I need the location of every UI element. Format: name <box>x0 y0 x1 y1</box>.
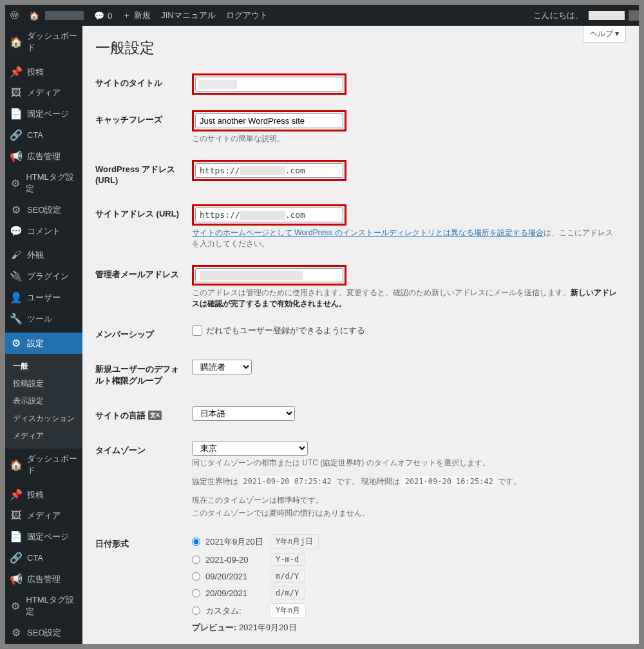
page-title: 一般設定 <box>95 32 626 61</box>
menu-icon: ⚙ <box>10 626 22 639</box>
comment-icon: 💬 <box>94 11 104 21</box>
wordpress-icon: ⓦ <box>10 10 19 21</box>
menu-icon: 📢 <box>10 573 22 585</box>
menu-icon: 📄 <box>10 530 22 543</box>
menu-icon: 🔧 <box>10 313 22 325</box>
date-format-label: 日付形式 <box>95 527 192 641</box>
menu-SEO設定[interactable]: ⚙SEO設定 <box>5 199 82 220</box>
menu-CTA[interactable]: 🔗CTA <box>5 124 82 146</box>
menu-icon: ⚙ <box>10 337 22 349</box>
translate-icon: 文A <box>148 411 162 420</box>
menu-広告管理[interactable]: 📢広告管理 <box>5 568 82 590</box>
menu-コメント[interactable]: 💬コメント <box>5 220 82 242</box>
membership-label: メンバーシップ <box>95 317 192 352</box>
menu-メディア[interactable]: 🖼メディア <box>5 82 82 103</box>
menu-icon: 🔌 <box>10 270 22 282</box>
menu-広告管理[interactable]: 📢広告管理 <box>5 146 82 167</box>
submenu-表示設定[interactable]: 表示設定 <box>5 392 82 410</box>
menu-ダッシュボード[interactable]: 🏠ダッシュボード <box>5 449 82 481</box>
plus-icon: ＋ <box>122 10 131 21</box>
menu-icon: ⚙ <box>10 600 21 612</box>
timezone-select[interactable]: 東京 <box>192 441 308 456</box>
menu-ダッシュボード[interactable]: 🏠ダッシュボード <box>5 26 82 58</box>
menu-SEO設定[interactable]: ⚙SEO設定 <box>5 622 82 643</box>
menu-icon: 🏠 <box>10 459 22 471</box>
menu-icon: 🖌 <box>10 249 22 261</box>
submenu-ディスカッション[interactable]: ディスカッション <box>5 410 82 427</box>
greeting: こんにちは、 <box>533 10 589 21</box>
menu-投稿[interactable]: 📌投稿 <box>5 61 82 82</box>
menu-icon: 🖼 <box>10 510 22 521</box>
content-area: ヘルプ ▾ 一般設定 サイトのタイトル キャッチフレーズ このサイトの簡単な説明… <box>82 26 639 644</box>
default-role-label: 新規ユーザーのデフォルト権限グループ <box>95 352 192 398</box>
admin-sidebar: 🏠ダッシュボード📌投稿🖼メディア📄固定ページ🔗CTA📢広告管理⚙HTMLタグ設定… <box>5 26 82 644</box>
new-content[interactable]: ＋新規 <box>117 5 156 26</box>
date_format-radio[interactable] <box>192 572 200 581</box>
menu-icon: ⚙ <box>10 204 22 216</box>
time-format-label: 時刻形式 <box>95 641 192 644</box>
site-url-label: サイトアドレス (URL) <box>95 197 192 257</box>
submenu-投稿設定[interactable]: 投稿設定 <box>5 375 82 392</box>
home-icon: 🏠 <box>29 11 39 21</box>
language-select[interactable]: 日本語 <box>192 406 295 421</box>
language-label: サイトの言語 文A <box>95 398 192 433</box>
jin-manual[interactable]: JINマニュアル <box>156 5 221 26</box>
menu-icon: 🔗 <box>10 129 22 141</box>
logout[interactable]: ログアウト <box>221 5 273 26</box>
menu-icon: 📢 <box>10 150 22 162</box>
menu-HTMLタグ設定[interactable]: ⚙HTMLタグ設定 <box>5 167 82 199</box>
menu-icon: 📌 <box>10 66 22 78</box>
menu-icon: 👤 <box>10 291 22 304</box>
wp-logo[interactable]: ⓦ <box>5 5 24 26</box>
tagline-label: キャッチフレーズ <box>95 102 192 152</box>
menu-ツール[interactable]: 🔧ツール <box>5 308 82 329</box>
menu-icon: 🔗 <box>10 552 22 564</box>
menu-ユーザー[interactable]: 👤ユーザー <box>5 287 82 308</box>
help-tab[interactable]: ヘルプ ▾ <box>583 26 626 43</box>
menu-設定[interactable]: ⚙設定 <box>5 333 82 354</box>
tagline-desc: このサイトの簡単な説明。 <box>192 133 620 144</box>
menu-icon: 🖼 <box>10 87 22 99</box>
menu-CTA[interactable]: 🔗CTA <box>5 547 82 568</box>
menu-プラグイン[interactable]: 🔌プラグイン <box>5 266 82 287</box>
menu-外観[interactable]: 🖌外観 <box>5 245 82 266</box>
membership-checkbox[interactable]: だれでもユーザー登録ができるようにする <box>192 325 620 336</box>
admin-bar: ⓦ 🏠 💬0 ＋新規 JINマニュアル ログアウト こんにちは、 <box>5 5 639 26</box>
comments-link[interactable]: 💬0 <box>89 5 117 26</box>
submenu-メディア[interactable]: メディア <box>5 427 82 445</box>
site-title-input[interactable] <box>195 77 343 92</box>
menu-icon: 📄 <box>10 108 22 120</box>
admin-email-input[interactable] <box>195 268 343 282</box>
menu-HTMLタグ設定[interactable]: ⚙HTMLタグ設定 <box>5 590 82 622</box>
default-role-select[interactable]: 購読者 <box>192 360 252 374</box>
site-home[interactable]: 🏠 <box>24 5 89 26</box>
menu-投稿[interactable]: 📌投稿 <box>5 484 82 505</box>
admin-email-label: 管理者メールアドレス <box>95 257 192 317</box>
site-url-desc: サイトのホームページとして WordPress のインストールディレクトリとは異… <box>192 228 620 249</box>
menu-固定ページ[interactable]: 📄固定ページ <box>5 526 82 547</box>
submenu-一般[interactable]: 一般 <box>5 358 82 375</box>
wp-url-label: WordPress アドレス (URL) <box>95 152 192 197</box>
menu-メディア[interactable]: 🖼メディア <box>5 505 82 526</box>
avatar[interactable] <box>629 10 639 21</box>
admin-email-desc: このアドレスは管理のために使用されます。変更すると、確認のため新しいアドレスにメ… <box>192 287 620 309</box>
menu-icon: 🏠 <box>10 36 22 48</box>
menu-固定ページ[interactable]: 📄固定ページ <box>5 103 82 124</box>
menu-icon: 📌 <box>10 489 22 501</box>
tagline-input[interactable] <box>195 113 343 128</box>
date_format-radio[interactable] <box>192 589 200 597</box>
date_format-radio[interactable] <box>192 538 200 546</box>
site-title-label: サイトのタイトル <box>95 66 192 102</box>
menu-icon: 💬 <box>10 225 22 237</box>
menu-icon: ⚙ <box>10 177 21 189</box>
date_format-radio[interactable] <box>192 556 200 564</box>
menu-コメント[interactable]: 💬コメント <box>5 643 82 644</box>
date_format-custom-radio[interactable] <box>192 606 200 615</box>
timezone-label: タイムゾーン <box>95 433 192 527</box>
